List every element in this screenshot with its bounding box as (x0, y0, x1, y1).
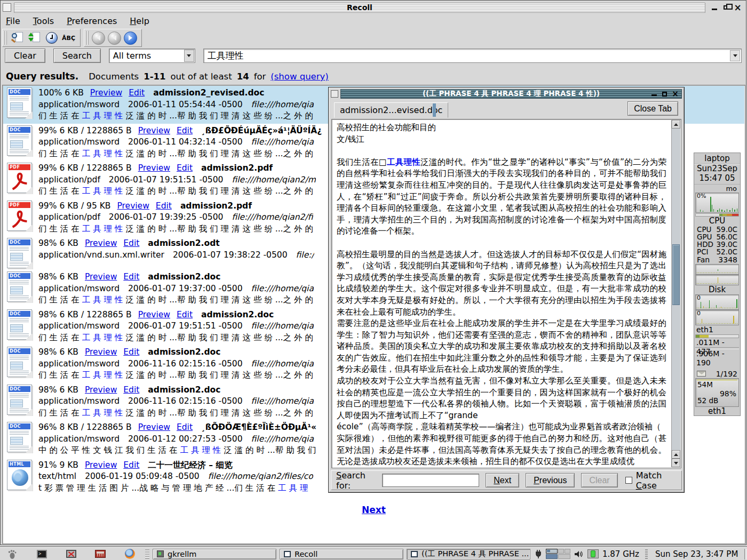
previous-page-icon[interactable] (108, 31, 121, 45)
sort-by-date-clock-icon[interactable] (44, 31, 59, 45)
next-page-icon[interactable] (124, 31, 137, 45)
find-previous-button[interactable]: Previous (526, 473, 575, 487)
show-query-link[interactable]: (show query) (271, 71, 328, 82)
task-button[interactable]: ((工 PHRASE 4 具 PHRASE ... (407, 549, 530, 559)
window-menu-icon[interactable] (3, 3, 11, 12)
preview-titlebar-stripes[interactable]: ((工 PHRASE 4 具 PHRASE 4 理 PHRASE 4 性)) × (340, 89, 682, 99)
next-results-link[interactable]: Next (362, 505, 386, 515)
toolbar-handle[interactable] (85, 31, 89, 45)
edit-link[interactable]: Edit (123, 460, 139, 471)
search-input[interactable] (204, 49, 741, 62)
firefox-icon[interactable] (124, 549, 136, 559)
cpu-section-label: CPU (694, 217, 740, 226)
task-button[interactable]: Recoll (280, 549, 403, 559)
edit-link[interactable]: Edit (123, 385, 139, 396)
menu-preferences[interactable]: Preferences (67, 16, 117, 26)
chevron-down-icon[interactable] (184, 50, 194, 62)
cpu-battery-icon[interactable] (587, 549, 599, 558)
clear-button[interactable]: Clear (5, 49, 45, 63)
match-case-checkbox[interactable] (625, 477, 632, 484)
preview-link[interactable]: Preview (85, 347, 117, 358)
search-history-dropdown-icon[interactable] (730, 50, 740, 61)
preview-link[interactable]: Preview (138, 422, 170, 434)
fan-chart-1 (695, 264, 739, 275)
preview-link[interactable]: Preview (138, 163, 170, 174)
preview-maximize-icon[interactable] (661, 90, 669, 98)
menu-help[interactable]: Help (130, 16, 149, 26)
preview-link[interactable]: Preview (85, 271, 117, 283)
doc-file-icon: DOC (7, 422, 32, 452)
speaker-volume-icon[interactable] (574, 550, 584, 558)
search-button[interactable]: Search (53, 49, 101, 63)
tab-indicator (433, 103, 436, 117)
preview-document-text[interactable]: 高校招生的社会功能和目的文/钱江 我们生活在□工具理性泛滥的时代。作为“世之显学… (337, 122, 666, 466)
preview-tab[interactable]: admission2...evised.doc (334, 102, 448, 118)
task-button[interactable]: gkrellm (153, 549, 276, 559)
scroll-down-icon[interactable] (672, 459, 680, 467)
scrollbar-thumb[interactable] (672, 244, 680, 305)
document-history-icon[interactable] (10, 31, 25, 45)
time-label: 15:47 05 (694, 173, 740, 184)
find-clear-button[interactable]: Clear (581, 473, 617, 487)
power-plug-icon[interactable] (535, 549, 542, 559)
find-input[interactable] (382, 474, 479, 487)
menu-file[interactable]: File (6, 16, 20, 26)
edit-link[interactable]: Edit (123, 347, 139, 358)
first-page-icon[interactable] (92, 31, 105, 45)
result-url: file:///home/qia (251, 396, 314, 407)
edit-link[interactable]: Edit (177, 422, 193, 434)
preview-link[interactable]: Preview (85, 385, 117, 396)
term-explorer-icon[interactable]: ÅBÇ (61, 31, 76, 45)
result-title: admission2.odt (148, 238, 219, 250)
edit-link[interactable]: Edit (129, 87, 145, 99)
preview-link[interactable]: Preview (85, 460, 117, 471)
search-mode-select[interactable]: All terms (109, 49, 195, 63)
taskbar-clock: Sun Sep 23, 3:47 PM (650, 549, 743, 559)
preview-link[interactable]: Preview (138, 125, 170, 137)
workspace-pager[interactable] (546, 549, 570, 559)
scroll-up-icon[interactable] (672, 450, 680, 459)
maximize-icon[interactable] (722, 4, 730, 12)
preview-link[interactable]: Preview (90, 87, 122, 99)
menu-tools[interactable]: Tools (33, 16, 54, 26)
date-label: Sun23Sep (694, 164, 740, 173)
find-next-button[interactable]: Next (486, 473, 519, 487)
minimize-icon[interactable] (710, 4, 718, 12)
terminal-icon[interactable] (36, 549, 47, 559)
scroll-up-icon[interactable] (672, 120, 680, 129)
taskbar-handle[interactable] (145, 549, 149, 559)
doc-file-icon: DOC (7, 238, 32, 268)
file-type-label: PDF (9, 202, 30, 208)
preview-link[interactable]: Preview (138, 309, 170, 321)
preview-link[interactable]: Preview (117, 201, 149, 212)
display-lock-icon[interactable] (65, 549, 77, 559)
preview-close-icon[interactable]: × (671, 90, 679, 98)
preview-scrollbar[interactable] (671, 120, 680, 467)
sort-order-icon[interactable] (27, 31, 42, 45)
result-snippet: 们 生 活 在 工 具 理 性 泛 滥 的 时 ...帮 助 我 们 理 清 这… (38, 332, 314, 344)
gnome-menu-icon[interactable] (6, 549, 18, 559)
typewriter-editor-icon[interactable] (94, 549, 106, 559)
toolbar-handle[interactable] (4, 31, 7, 45)
result-mime: application/msword (38, 283, 120, 295)
preview-window-menu-icon[interactable] (331, 90, 338, 98)
edit-link[interactable]: Edit (156, 201, 172, 212)
match-case-label: Match Case (636, 470, 677, 491)
result-url: file:/ (296, 250, 314, 261)
preview-paragraph: 高校招生最明显的目的当然是选拔人才。但这选拔人才的目标却不仅仅是人们假定“因材施… (337, 249, 666, 318)
titlebar-stripes[interactable]: Recoll (14, 3, 705, 13)
preview-minimize-icon[interactable] (650, 90, 658, 98)
close-icon[interactable]: × (734, 4, 742, 12)
result-stats: 99% 6 KB / 95 KB (38, 201, 111, 212)
edit-link[interactable]: Edit (123, 271, 139, 283)
edit-link[interactable]: Edit (177, 125, 193, 137)
edit-link[interactable]: Edit (123, 238, 139, 250)
preview-link[interactable]: Preview (85, 238, 117, 250)
preview-window-title: ((工 PHRASE 4 具 PHRASE 4 理 PHRASE 4 性)) (423, 89, 600, 99)
taskbar-end-handle[interactable] (744, 549, 746, 559)
window-title: Recoll (341, 3, 378, 12)
edit-link[interactable]: Edit (177, 163, 193, 174)
close-tab-button[interactable]: Close Tab (627, 101, 678, 116)
preview-titlebar: ((工 PHRASE 4 具 PHRASE 4 理 PHRASE 4 性)) × (330, 89, 683, 99)
edit-link[interactable]: Edit (177, 309, 193, 321)
